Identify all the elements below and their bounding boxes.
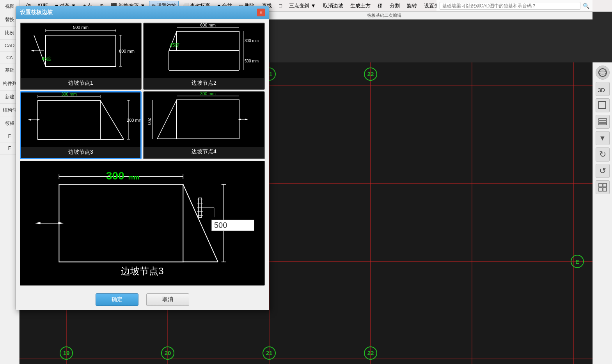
svg-text:200: 200	[147, 118, 152, 125]
svg-line-82	[157, 100, 177, 139]
dialog-footer: 确定 取消	[16, 289, 269, 310]
svg-text:45度: 45度	[42, 56, 51, 62]
svg-marker-80	[37, 119, 40, 121]
node-preview-3: 300 mm 200 mm	[21, 92, 140, 147]
svg-text:300 mm: 300 mm	[245, 39, 259, 43]
svg-text:200 mm: 200 mm	[127, 118, 140, 123]
svg-text:45度: 45度	[170, 43, 179, 48]
svg-rect-41	[46, 35, 116, 66]
confirm-button[interactable]: 确定	[96, 293, 138, 306]
dialog-close-button[interactable]: ×	[257, 9, 265, 16]
node-label-1: 边坡节点1	[68, 80, 93, 87]
large-preview-label: 边坡节点3	[121, 265, 163, 277]
dimension-input[interactable]	[211, 220, 254, 231]
node-preview-2: 600 mm 300 mm 500 mm 45度	[144, 23, 264, 78]
svg-rect-67	[38, 100, 100, 139]
cancel-button[interactable]: 取消	[146, 293, 189, 306]
svg-marker-53	[31, 50, 34, 51]
svg-text:500 mm: 500 mm	[245, 59, 259, 63]
svg-marker-79	[28, 119, 31, 121]
svg-marker-102	[58, 222, 64, 224]
dialog-title-bar: 设置筱板边坡 ×	[16, 6, 269, 19]
svg-text:300 mm: 300 mm	[61, 92, 77, 96]
node-card-1[interactable]: 500 mm 800 mm 45度	[20, 23, 142, 90]
svg-marker-101	[35, 222, 41, 224]
set-slope-dialog: 设置筱板边坡 ×	[16, 6, 269, 310]
node-card-4[interactable]: 300 mm 200 边坡节点4	[143, 91, 265, 159]
node-preview-4: 300 mm 200	[144, 92, 264, 147]
svg-text:800 mm: 800 mm	[119, 49, 135, 53]
svg-rect-54	[177, 31, 239, 51]
node-selection-grid: 500 mm 800 mm 45度	[20, 23, 265, 159]
svg-text:300 mm: 300 mm	[200, 92, 216, 96]
node-label-3: 边坡节点3	[68, 149, 93, 156]
dialog-title: 设置筱板边坡	[20, 9, 53, 16]
node-label-4: 边坡节点4	[192, 148, 216, 155]
svg-marker-90	[245, 119, 248, 120]
node-label-2: 边坡节点2	[192, 80, 216, 87]
node-card-3[interactable]: 300 mm 200 mm 边坡节点3	[20, 91, 142, 159]
dialog-overlay: 设置筱板边坡 ×	[0, 0, 612, 364]
dimension-label: 300 mm	[106, 170, 139, 182]
node-preview-1: 500 mm 800 mm 45度	[21, 23, 141, 78]
svg-rect-91	[59, 185, 183, 262]
svg-rect-81	[177, 100, 239, 139]
svg-text:600 mm: 600 mm	[200, 23, 216, 27]
node-card-2[interactable]: 600 mm 300 mm 500 mm 45度 边坡节点2	[143, 23, 265, 90]
dialog-body: 500 mm 800 mm 45度	[16, 19, 269, 289]
large-preview: 300 mm 边坡节点3	[20, 161, 265, 286]
svg-line-68	[100, 100, 124, 139]
svg-text:500 mm: 500 mm	[73, 25, 89, 30]
